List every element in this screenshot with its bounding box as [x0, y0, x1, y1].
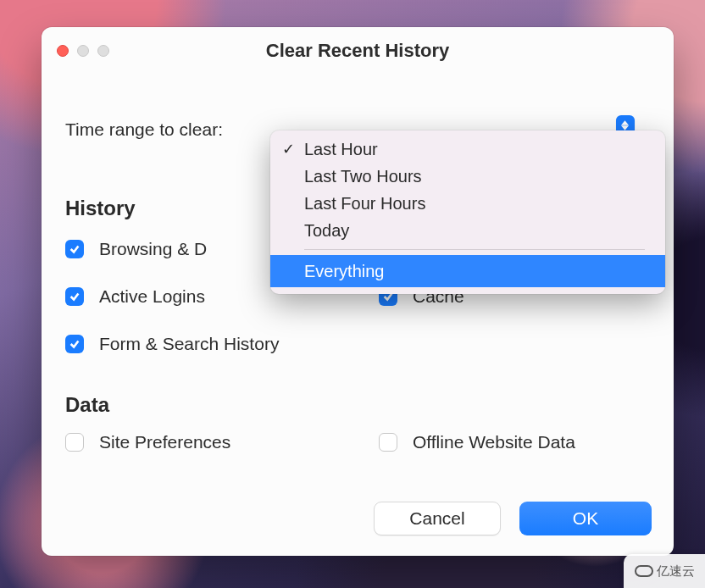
checkbox-icon	[65, 240, 84, 258]
menu-item-last-two-hours[interactable]: Last Two Hours	[270, 163, 665, 190]
menu-item-label: Last Hour	[304, 140, 378, 159]
menu-item-last-four-hours[interactable]: Last Four Hours	[270, 190, 665, 217]
checkbox-icon	[65, 335, 84, 353]
dialog-footer: Cancel OK	[374, 502, 652, 535]
menu-item-label: Last Four Hours	[304, 194, 425, 214]
checkmark-icon: ✓	[282, 140, 304, 158]
check-label: Form & Search History	[99, 334, 279, 354]
clear-history-dialog: Clear Recent History Time range to clear…	[42, 27, 674, 556]
menu-item-today[interactable]: Today	[270, 217, 665, 244]
check-offline-data[interactable]: Offline Website Data	[379, 432, 650, 452]
titlebar: Clear Recent History	[42, 27, 674, 75]
watermark-label: 亿速云	[657, 563, 695, 580]
traffic-lights	[57, 45, 109, 57]
check-site-preferences[interactable]: Site Preferences	[65, 432, 379, 452]
check-label: Browsing & D	[99, 239, 207, 259]
cloud-icon	[635, 565, 653, 577]
check-form-search[interactable]: Form & Search History	[65, 334, 379, 354]
checkbox-icon	[379, 433, 397, 452]
menu-item-label: Today	[304, 221, 349, 241]
menu-item-last-hour[interactable]: ✓ Last Hour	[270, 136, 665, 163]
cancel-button[interactable]: Cancel	[374, 502, 501, 535]
time-range-menu: ✓ Last Hour Last Two Hours Last Four Hou…	[270, 130, 665, 294]
menu-item-label: Everything	[304, 262, 385, 281]
menu-item-everything[interactable]: Everything	[270, 255, 665, 287]
check-label: Active Logins	[99, 286, 205, 307]
dialog-title: Clear Recent History	[42, 40, 674, 62]
check-label: Site Preferences	[99, 432, 230, 452]
data-checks: Site Preferences Offline Website Data	[65, 432, 650, 452]
menu-item-label: Last Two Hours	[304, 167, 422, 186]
checkbox-icon	[65, 287, 84, 306]
watermark: 亿速云	[624, 554, 705, 588]
window-minimize-button[interactable]	[77, 45, 89, 57]
checkbox-icon	[65, 433, 84, 452]
menu-separator	[304, 249, 645, 250]
window-close-button[interactable]	[57, 45, 69, 57]
ok-button[interactable]: OK	[519, 502, 652, 535]
check-label: Offline Website Data	[413, 432, 575, 452]
window-zoom-button[interactable]	[97, 45, 109, 57]
data-section-header: Data	[65, 393, 650, 417]
time-range-label: Time range to clear:	[65, 119, 223, 140]
